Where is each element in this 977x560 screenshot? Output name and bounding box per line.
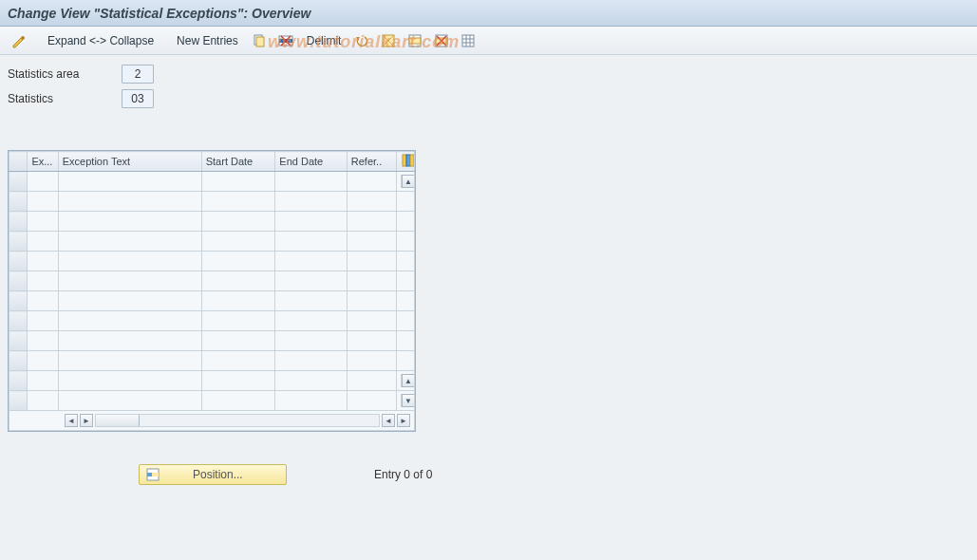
table-config-button[interactable] bbox=[396, 152, 414, 172]
cell-start-date[interactable] bbox=[201, 232, 275, 252]
scroll-up-arrow-icon[interactable]: ▲ bbox=[402, 175, 414, 188]
cell-start-date[interactable] bbox=[201, 391, 275, 411]
cell-start-date[interactable] bbox=[201, 271, 275, 291]
cell-reference[interactable] bbox=[347, 391, 396, 411]
table-row[interactable] bbox=[9, 291, 415, 311]
cell-start-date[interactable] bbox=[201, 371, 275, 391]
column-end-date[interactable]: End Date bbox=[275, 152, 347, 172]
cell-exception-text[interactable] bbox=[58, 291, 201, 311]
row-selector[interactable] bbox=[9, 371, 28, 391]
cell-exception[interactable] bbox=[28, 271, 58, 291]
cell-exception-text[interactable] bbox=[58, 331, 201, 351]
toggle-display-change-button[interactable] bbox=[8, 30, 30, 51]
cell-exception-text[interactable] bbox=[58, 252, 201, 271]
cell-reference[interactable] bbox=[347, 291, 396, 311]
cell-exception-text[interactable] bbox=[58, 311, 201, 331]
cell-start-date[interactable] bbox=[201, 212, 275, 232]
row-selector-header[interactable] bbox=[9, 152, 28, 172]
table-row[interactable] bbox=[9, 271, 415, 291]
cell-end-date[interactable] bbox=[275, 371, 347, 391]
scroll-up-end-icon[interactable]: ▲ bbox=[402, 374, 414, 387]
cell-exception-text[interactable] bbox=[58, 192, 201, 212]
cell-exception[interactable] bbox=[28, 172, 58, 192]
cell-exception[interactable] bbox=[28, 311, 58, 331]
cell-end-date[interactable] bbox=[275, 311, 347, 331]
table-row[interactable] bbox=[9, 232, 415, 252]
row-selector[interactable] bbox=[9, 252, 28, 271]
cell-start-date[interactable] bbox=[201, 351, 275, 371]
print-button[interactable] bbox=[457, 30, 479, 51]
cell-start-date[interactable] bbox=[201, 172, 275, 192]
cell-reference[interactable] bbox=[347, 271, 396, 291]
delete-button[interactable] bbox=[274, 30, 297, 51]
scroll-left-arrow-icon[interactable]: ◄ bbox=[65, 414, 78, 427]
scroll-down-arrow-icon[interactable]: ▼ bbox=[402, 394, 414, 407]
table-row[interactable] bbox=[9, 252, 415, 271]
cell-start-date[interactable] bbox=[201, 192, 275, 212]
cell-reference[interactable] bbox=[347, 252, 396, 271]
cell-exception-text[interactable] bbox=[58, 172, 201, 192]
table-row[interactable]: ▲ bbox=[9, 172, 415, 192]
statistics-value[interactable]: 03 bbox=[122, 89, 154, 108]
cell-exception[interactable] bbox=[28, 391, 58, 411]
cell-end-date[interactable] bbox=[275, 192, 347, 212]
table-row[interactable]: ▼ bbox=[9, 391, 415, 411]
undo-change-button[interactable] bbox=[350, 30, 373, 51]
cell-end-date[interactable] bbox=[275, 252, 347, 271]
cell-exception[interactable] bbox=[28, 351, 58, 371]
cell-exception[interactable] bbox=[28, 192, 58, 212]
exceptions-table[interactable]: Ex... Exception Text Start Date End Date… bbox=[9, 151, 415, 431]
scrollbar-thumb[interactable] bbox=[96, 415, 140, 426]
cell-exception[interactable] bbox=[28, 252, 58, 271]
cell-end-date[interactable] bbox=[275, 291, 347, 311]
column-exception-text[interactable]: Exception Text bbox=[58, 152, 201, 172]
table-row[interactable] bbox=[9, 311, 415, 331]
cell-reference[interactable] bbox=[347, 212, 396, 232]
row-selector[interactable] bbox=[9, 391, 28, 411]
cell-exception-text[interactable] bbox=[58, 371, 201, 391]
cell-end-date[interactable] bbox=[275, 271, 347, 291]
select-block-button[interactable] bbox=[404, 30, 426, 51]
cell-start-date[interactable] bbox=[201, 291, 275, 311]
table-row[interactable] bbox=[9, 351, 415, 371]
cell-reference[interactable] bbox=[347, 232, 396, 252]
deselect-all-button[interactable] bbox=[430, 30, 453, 51]
select-all-button[interactable] bbox=[377, 30, 400, 51]
row-selector[interactable] bbox=[9, 271, 28, 291]
cell-end-date[interactable] bbox=[275, 351, 347, 371]
column-reference[interactable]: Refer.. bbox=[347, 152, 396, 172]
cell-reference[interactable] bbox=[347, 351, 396, 371]
cell-reference[interactable] bbox=[347, 331, 396, 351]
cell-exception[interactable] bbox=[28, 232, 58, 252]
new-entries-button[interactable]: New Entries bbox=[171, 30, 244, 51]
cell-reference[interactable] bbox=[347, 172, 396, 192]
row-selector[interactable] bbox=[9, 232, 28, 252]
scroll-right-step-icon[interactable]: ► bbox=[80, 414, 93, 427]
scroll-right-arrow-icon[interactable]: ► bbox=[397, 414, 410, 427]
row-selector[interactable] bbox=[9, 331, 28, 351]
cell-start-date[interactable] bbox=[201, 331, 275, 351]
cell-exception-text[interactable] bbox=[58, 271, 201, 291]
cell-start-date[interactable] bbox=[201, 252, 275, 271]
cell-start-date[interactable] bbox=[201, 311, 275, 331]
row-selector[interactable] bbox=[9, 212, 28, 232]
cell-end-date[interactable] bbox=[275, 212, 347, 232]
cell-end-date[interactable] bbox=[275, 232, 347, 252]
position-button[interactable]: Position... bbox=[139, 464, 287, 485]
cell-exception-text[interactable] bbox=[58, 212, 201, 232]
cell-end-date[interactable] bbox=[275, 172, 347, 192]
horizontal-scrollbar[interactable]: ◄ ► ◄ ► bbox=[13, 413, 410, 428]
cell-reference[interactable] bbox=[347, 371, 396, 391]
table-row[interactable] bbox=[9, 331, 415, 351]
scroll-left-end-icon[interactable]: ◄ bbox=[382, 414, 395, 427]
cell-exception[interactable] bbox=[28, 371, 58, 391]
cell-reference[interactable] bbox=[347, 192, 396, 212]
copy-as-button[interactable] bbox=[248, 30, 271, 51]
table-row[interactable] bbox=[9, 192, 415, 212]
row-selector[interactable] bbox=[9, 311, 28, 331]
column-start-date[interactable]: Start Date bbox=[201, 152, 275, 172]
row-selector[interactable] bbox=[9, 192, 28, 212]
scrollbar-track[interactable] bbox=[95, 414, 380, 427]
cell-exception-text[interactable] bbox=[58, 391, 201, 411]
cell-exception[interactable] bbox=[28, 331, 58, 351]
